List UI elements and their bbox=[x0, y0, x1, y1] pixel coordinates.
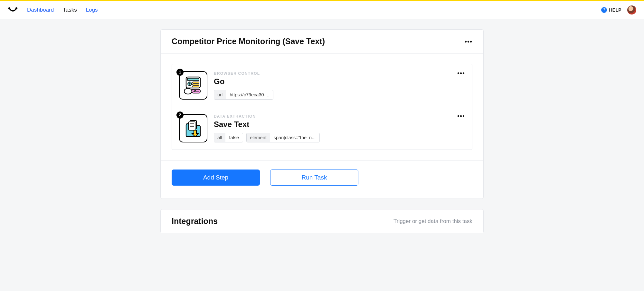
topbar: Dashboard Tasks Logs ? HELP bbox=[0, 1, 644, 19]
app-logo[interactable] bbox=[8, 5, 18, 15]
run-task-button[interactable]: Run Task bbox=[270, 170, 358, 186]
svg-point-12 bbox=[194, 91, 196, 92]
svg-rect-8 bbox=[193, 84, 199, 85]
nav-dashboard[interactable]: Dashboard bbox=[27, 7, 54, 13]
step-name: Go bbox=[214, 77, 465, 86]
add-step-button[interactable]: Add Step bbox=[172, 170, 260, 186]
step-item[interactable]: 2 bbox=[172, 107, 472, 150]
param-value: span[class="the_n... bbox=[270, 133, 320, 142]
svg-rect-7 bbox=[193, 82, 199, 83]
svg-rect-3 bbox=[187, 78, 199, 81]
nav-logs[interactable]: Logs bbox=[86, 7, 98, 13]
task-card: Competitor Price Monitoring (Save Text) … bbox=[160, 29, 484, 199]
task-title: Competitor Price Monitoring (Save Text) bbox=[172, 37, 325, 46]
step-menu-button[interactable]: ••• bbox=[457, 113, 465, 119]
param-key: url bbox=[214, 90, 226, 99]
param-value: https://c79eca30-... bbox=[226, 90, 273, 99]
integrations-card: Integrations Trigger or get data from th… bbox=[160, 209, 484, 233]
task-menu-button[interactable]: ••• bbox=[465, 38, 472, 45]
step-number-badge: 2 bbox=[176, 112, 184, 119]
step-item[interactable]: 1 bbox=[172, 64, 472, 107]
steps-list: 1 bbox=[172, 64, 472, 150]
step-name: Save Text bbox=[214, 120, 465, 129]
main-nav: Dashboard Tasks Logs bbox=[27, 7, 98, 13]
param-chip[interactable]: all false bbox=[214, 133, 243, 142]
svg-point-13 bbox=[184, 88, 192, 94]
step-number-badge: 1 bbox=[176, 69, 184, 76]
data-extraction-icon bbox=[179, 114, 207, 142]
param-key: all bbox=[214, 133, 225, 142]
step-menu-button[interactable]: ••• bbox=[457, 70, 465, 76]
param-chip[interactable]: url https://c79eca30-... bbox=[214, 90, 273, 100]
help-label: HELP bbox=[609, 7, 621, 13]
step-category: BROWSER CONTROL bbox=[214, 71, 465, 76]
param-key: element bbox=[247, 133, 270, 142]
browser-control-icon bbox=[179, 71, 207, 100]
integrations-title: Integrations bbox=[172, 217, 218, 226]
help-button[interactable]: ? HELP bbox=[601, 7, 621, 13]
svg-rect-18 bbox=[189, 122, 195, 130]
param-chip[interactable]: element span[class="the_n... bbox=[246, 133, 320, 142]
param-value: false bbox=[225, 133, 243, 142]
integrations-subtitle: Trigger or get data from this task bbox=[393, 218, 472, 225]
step-category: DATA EXTRACTION bbox=[214, 114, 465, 119]
help-icon: ? bbox=[601, 7, 607, 13]
nav-tasks[interactable]: Tasks bbox=[63, 7, 77, 13]
user-avatar[interactable] bbox=[627, 5, 636, 15]
svg-rect-9 bbox=[193, 86, 199, 87]
